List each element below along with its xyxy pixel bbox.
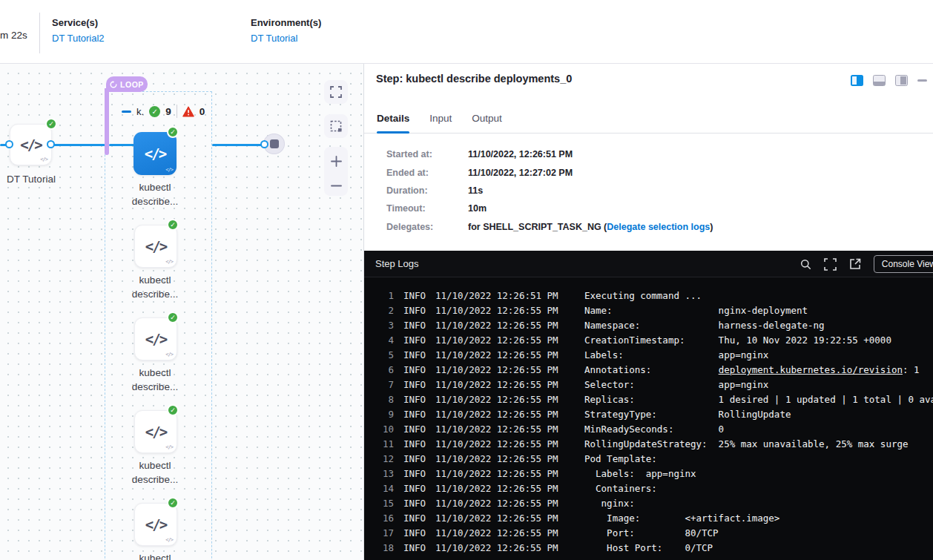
step-logs-section: Step Logs Console View 1 [364,251,933,560]
node-label: kubectldescribe... [119,458,191,487]
log-message: Selector: app=nginx [584,378,768,392]
service-link[interactable]: DT Tutorial2 [52,33,105,44]
detail-row: Timeout: 10m [386,200,713,217]
log-level: INFO [403,437,431,452]
log-message: Image: <+artifact.image> [584,511,779,526]
log-line-number: 9 [375,407,394,422]
shell-script-icon: </> [145,238,166,254]
delegate-selection-logs-link[interactable]: Delegate selection logs [607,222,710,232]
canvas-select-button[interactable] [324,114,348,138]
detail-value: for SHELL_SCRIPT_TASK_NG (Delegate selec… [468,222,713,232]
detail-row: Delegates: for SHELL_SCRIPT_TASK_NG (Del… [386,218,713,236]
node-success-badge: ✓ [167,312,179,323]
node-success-badge: ✓ [167,219,179,231]
node-label: kubectldescribe... [119,180,191,208]
log-line-number: 13 [375,467,394,481]
log-line-number: 1 [375,289,394,303]
log-level: INFO [403,452,431,467]
node-dt-tutorial[interactable]: </> </> [10,124,52,165]
panel-layout-toggles [851,75,927,86]
log-open-new-tab-icon[interactable] [849,258,861,270]
log-message: Containers: [584,481,657,496]
log-line: 3 INFO 11/10/2022 12:26:55 PM Namespace:… [364,318,933,333]
canvas-fullscreen-button[interactable] [324,80,348,104]
pipeline-graph-canvas[interactable]: LOOP k. ✓ 9 0 </> </> ✓ DT Tutorial </> … [0,64,363,560]
shell-script-icon: </> [145,516,166,533]
node-kubectl-describe-0[interactable]: </> </> [133,132,177,175]
zoom-in-icon[interactable] [330,155,343,168]
log-level: INFO [403,392,431,407]
log-annotation-link[interactable]: deployment.kubernetes.io/revision [719,364,903,375]
log-line-number: 11 [375,437,394,452]
node-label: kubectldescribe... [119,551,191,560]
log-message: MinReadySeconds: 0 [584,422,724,437]
layout-right-pane-icon[interactable] [851,75,863,86]
detail-value: 11/10/2022, 12:27:02 PM [468,168,573,178]
node-kubectl-describe-2[interactable]: </> </> [134,317,177,360]
detail-tabs: DetailsInputOutput [364,107,933,134]
node-out-port[interactable] [47,140,55,148]
log-line: 7 INFO 11/10/2022 12:26:55 PM Selector: … [364,378,933,392]
log-line: 5 INFO 11/10/2022 12:26:55 PM Labels: ap… [364,348,933,363]
log-level: INFO [403,363,431,378]
log-level: INFO [403,526,431,541]
mini-code-icon: </> [165,352,173,358]
node-success-badge: ✓ [167,404,179,416]
log-level: INFO [403,303,431,318]
detail-label: Delegates: [386,222,468,232]
tab-output[interactable]: Output [472,107,502,133]
service-block: Service(s) DT Tutorial2 [52,17,105,44]
log-level: INFO [403,496,431,511]
zoom-out-icon[interactable] [330,184,343,188]
log-console[interactable]: 1 INFO 11/10/2022 12:26:51 PM Executing … [364,278,933,560]
layout-split-pane-icon[interactable] [895,75,908,86]
log-line-number: 12 [375,452,394,467]
collapse-icon[interactable] [122,111,131,113]
shell-script-icon: </> [145,331,166,347]
node-kubectl-describe-3[interactable]: </> </> [134,410,177,453]
log-level: INFO [403,511,431,526]
log-line-number: 16 [375,511,394,526]
failure-count: 0 [200,106,205,117]
node-kubectl-describe-4[interactable]: </> </> [134,503,177,546]
end-node-port[interactable] [260,140,268,148]
environment-block: Environment(s) DT Tutorial [251,17,321,44]
minimize-panel-icon[interactable] [917,79,927,82]
log-line: 6 INFO 11/10/2022 12:26:55 PM Annotation… [364,363,933,378]
node-kubectl-describe-1[interactable]: </> </> [134,225,177,268]
node-in-port[interactable] [5,140,13,148]
log-line: 9 INFO 11/10/2022 12:26:55 PM StrategyTy… [364,407,933,422]
success-count: 9 [165,106,171,117]
log-timestamp: 11/10/2022 12:26:55 PM [435,511,561,526]
log-timestamp: 11/10/2022 12:26:55 PM [435,318,561,333]
log-search-icon[interactable] [800,259,811,270]
tab-details[interactable]: Details [377,107,409,133]
log-line-number: 2 [375,303,394,318]
edge-loop-to-end [212,144,266,146]
log-timestamp: 11/10/2022 12:26:55 PM [435,496,561,511]
log-fullscreen-icon[interactable] [824,258,837,271]
log-level: INFO [403,289,431,303]
tab-input[interactable]: Input [429,107,452,133]
log-timestamp: 11/10/2022 12:26:55 PM [435,333,561,348]
log-line-number: 5 [375,348,394,363]
console-view-button[interactable]: Console View [874,255,933,273]
mini-code-icon: </> [40,157,47,162]
log-line: 15 INFO 11/10/2022 12:26:55 PM nginx: [364,496,933,511]
log-level: INFO [403,318,431,333]
node-success-badge: ✓ [167,497,179,509]
loop-badge[interactable]: LOOP [106,76,148,92]
detail-label: Duration: [386,185,468,196]
log-line: 1 INFO 11/10/2022 12:26:51 PM Executing … [364,289,933,303]
layout-bottom-pane-icon[interactable] [873,75,886,86]
log-line-number: 6 [375,363,394,378]
log-timestamp: 11/10/2022 12:26:55 PM [435,481,561,496]
step-logs-title: Step Logs [375,258,419,269]
log-level: INFO [403,407,431,422]
log-timestamp: 11/10/2022 12:26:55 PM [435,363,561,378]
canvas-zoom-controls [324,147,348,196]
log-actions: Console View [800,251,933,277]
node-success-badge: ✓ [167,126,179,138]
node-label: kubectldescribe... [119,366,191,394]
environment-link[interactable]: DT Tutorial [251,33,321,44]
